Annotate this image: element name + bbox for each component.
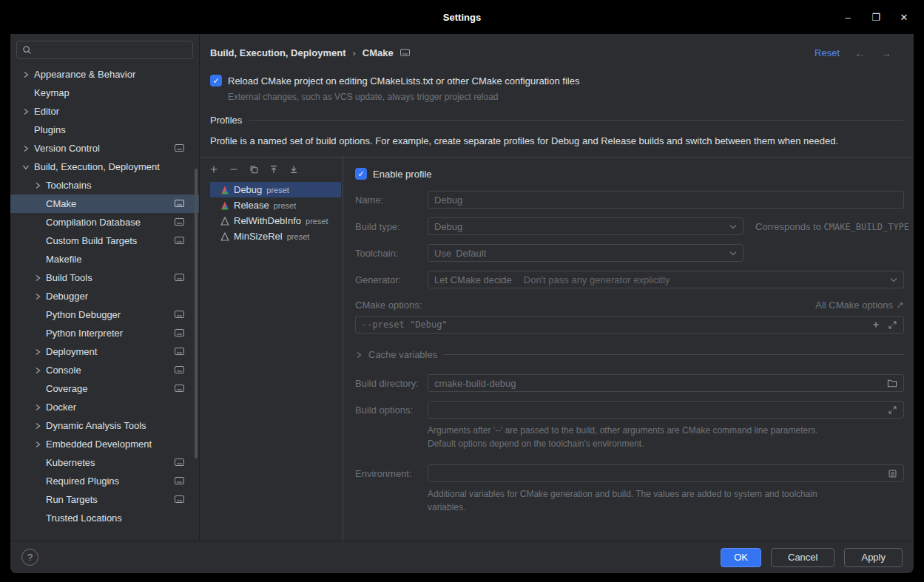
chevron-right-icon[interactable]	[34, 367, 46, 374]
cmake-options-value: --preset "Debug"	[362, 319, 448, 330]
sidebar-scrollbar[interactable]	[195, 169, 198, 459]
sidebar-item-trusted-locations[interactable]: Trusted Locations	[10, 509, 199, 527]
sidebar-item-label: Build Tools	[46, 272, 92, 283]
profile-row-release[interactable]: Release preset	[210, 197, 341, 213]
cmake-options-field[interactable]: --preset "Debug"	[355, 316, 904, 334]
sidebar-item-deployment[interactable]: Deployment	[10, 342, 199, 361]
sidebar-item-build-tools[interactable]: Build Tools	[10, 268, 199, 287]
expand-field-icon[interactable]	[888, 320, 897, 330]
sidebar-item-kubernetes[interactable]: Kubernetes	[10, 453, 199, 472]
chevron-right-icon[interactable]	[34, 293, 46, 300]
cancel-button[interactable]: Cancel	[771, 548, 834, 567]
screen-icon	[175, 218, 184, 226]
move-up-button[interactable]	[267, 163, 280, 176]
sidebar-item-label: Coverage	[46, 383, 87, 394]
external-link-icon: ↗	[896, 300, 904, 311]
settings-search[interactable]	[16, 41, 193, 59]
expand-field-icon[interactable]	[888, 405, 897, 415]
chevron-down-icon[interactable]	[22, 163, 34, 171]
move-down-button[interactable]	[287, 163, 300, 176]
chevron-right-icon[interactable]	[34, 274, 46, 282]
help-icon[interactable]: ?	[21, 549, 38, 566]
chevron-right-icon[interactable]	[34, 422, 46, 430]
sidebar-item-python-debugger[interactable]: Python Debugger	[10, 305, 199, 324]
profile-name: MinSizeRel	[234, 231, 283, 242]
sidebar-item-editor[interactable]: Editor	[10, 102, 199, 121]
minimize-icon[interactable]: –	[843, 12, 853, 23]
sidebar-item-coverage[interactable]: Coverage	[10, 379, 199, 398]
profiles-section-header: Profiles	[200, 102, 914, 126]
chevron-right-icon[interactable]	[22, 108, 34, 115]
generator-select[interactable]: Let CMake decide Don't pass any generato…	[428, 271, 904, 288]
search-input[interactable]	[36, 44, 187, 56]
copy-profile-button[interactable]	[247, 163, 260, 176]
chevron-right-icon[interactable]	[34, 404, 46, 411]
sidebar-item-cmake[interactable]: CMake	[10, 194, 199, 213]
profile-row-debug[interactable]: Debug preset	[210, 182, 341, 197]
sidebar-item-toolchains[interactable]: Toolchains	[10, 176, 199, 194]
generator-value: Let CMake decide	[434, 274, 512, 285]
list-icon[interactable]	[888, 469, 897, 478]
all-cmake-options-link[interactable]: All CMake options ↗	[815, 300, 904, 311]
profile-name: Release	[234, 200, 269, 211]
sidebar-item-console[interactable]: Console	[10, 361, 199, 379]
settings-content: Build, Execution, Deployment › CMake Res…	[200, 34, 914, 541]
profile-tag: preset	[287, 232, 310, 241]
chevron-right-icon[interactable]	[22, 71, 34, 78]
breadcrumb-build-execution-deployment[interactable]: Build, Execution, Deployment	[210, 47, 345, 58]
sidebar-item-custom-build-targets[interactable]: Custom Build Targets	[10, 231, 199, 250]
sidebar-item-run-targets[interactable]: Run Targets	[10, 490, 199, 509]
profile-row-relwithdebinfo[interactable]: RelWithDebInfo preset	[210, 213, 341, 229]
maximize-icon[interactable]: ❐	[871, 12, 881, 23]
sidebar-item-makefile[interactable]: Makefile	[10, 250, 199, 268]
folder-icon[interactable]	[887, 379, 897, 388]
breadcrumb-separator: ›	[352, 47, 355, 58]
back-arrow-icon[interactable]: ←	[854, 47, 866, 59]
sidebar-item-plugins[interactable]: Plugins	[10, 121, 199, 139]
breadcrumb-cmake[interactable]: CMake	[362, 47, 394, 58]
titlebar: Settings – ❐ ✕	[0, 0, 924, 34]
ok-button[interactable]: OK	[721, 548, 761, 567]
sidebar-item-keymap[interactable]: Keymap	[10, 84, 199, 102]
add-profile-button[interactable]	[207, 163, 220, 176]
enable-profile-checkbox[interactable]: ✓	[355, 168, 367, 180]
chevron-right-icon[interactable]	[22, 145, 34, 152]
build-type-select[interactable]: Debug	[428, 217, 743, 235]
forward-arrow-icon[interactable]: →	[880, 47, 891, 59]
build-options-field[interactable]	[428, 401, 904, 419]
chevron-right-icon[interactable]	[34, 348, 46, 356]
sidebar-item-python-interpreter[interactable]: Python Interpreter	[10, 324, 199, 342]
sidebar-item-required-plugins[interactable]: Required Plugins	[10, 472, 199, 490]
reload-cmake-label[interactable]: Reload CMake project on editing CMakeLis…	[228, 75, 579, 87]
build-directory-field[interactable]: cmake-build-debug	[428, 374, 904, 392]
reset-link[interactable]: Reset	[815, 47, 840, 58]
add-option-icon[interactable]	[871, 320, 880, 329]
sidebar-item-appearance-behavior[interactable]: Appearance & Behavior	[10, 65, 199, 84]
chevron-right-icon[interactable]	[34, 182, 46, 189]
breadcrumb: Build, Execution, Deployment › CMake Res…	[200, 34, 914, 59]
profile-tag: preset	[274, 201, 297, 210]
sidebar-item-version-control[interactable]: Version Control	[10, 139, 199, 158]
sidebar-item-debugger[interactable]: Debugger	[10, 287, 199, 305]
toolchain-select[interactable]: Use Default	[428, 244, 743, 262]
sidebar-item-docker[interactable]: Docker	[10, 398, 199, 416]
chevron-right-icon[interactable]	[34, 441, 46, 448]
name-field[interactable]: Debug	[428, 191, 904, 209]
profile-row-minsizerel[interactable]: MinSizeRel preset	[210, 229, 341, 244]
sidebar-item-label: Deployment	[46, 346, 97, 357]
section-divider	[249, 120, 903, 121]
environment-field[interactable]	[428, 464, 904, 482]
sidebar-item-compilation-database[interactable]: Compilation Database	[10, 213, 199, 231]
reload-cmake-checkbox[interactable]: ✓	[210, 75, 222, 87]
cmake-icon	[220, 201, 229, 210]
remove-profile-button[interactable]	[227, 163, 240, 176]
enable-profile-label[interactable]: Enable profile	[373, 169, 432, 180]
sidebar-item-embedded-development[interactable]: Embedded Development	[10, 435, 199, 453]
cache-variables-collapsible[interactable]: Cache variables	[355, 349, 904, 360]
apply-button[interactable]: Apply	[844, 548, 903, 567]
sidebar-item-dynamic-analysis-tools[interactable]: Dynamic Analysis Tools	[10, 416, 199, 435]
sidebar-item-build-execution-deployment[interactable]: Build, Execution, Deployment	[10, 158, 199, 176]
screen-icon	[175, 311, 184, 319]
chevron-down-icon	[890, 277, 897, 282]
close-icon[interactable]: ✕	[899, 12, 909, 23]
